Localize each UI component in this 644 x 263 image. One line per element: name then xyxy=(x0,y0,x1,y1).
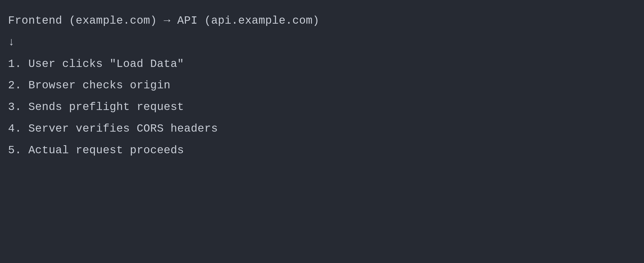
step-3: 3. Sends preflight request xyxy=(8,96,636,118)
step-4: 4. Server verifies CORS headers xyxy=(8,118,636,140)
step-2: 2. Browser checks origin xyxy=(8,75,636,96)
down-arrow-icon: ↓ xyxy=(8,32,636,53)
step-1: 1. User clicks "Load Data" xyxy=(8,53,636,75)
step-5: 5. Actual request proceeds xyxy=(8,140,636,161)
flow-header: Frontend (example.com) → API (api.exampl… xyxy=(8,10,636,32)
